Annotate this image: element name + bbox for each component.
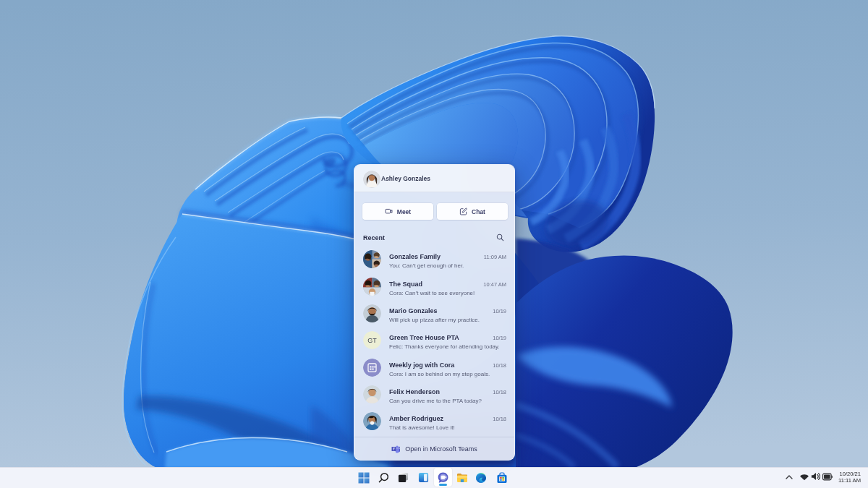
- svg-text:GT: GT: [367, 337, 377, 344]
